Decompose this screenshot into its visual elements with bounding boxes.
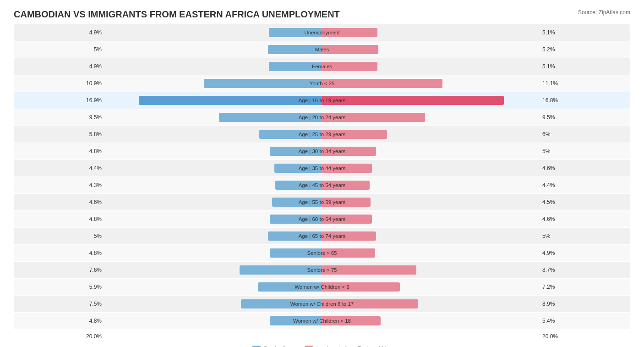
chart-row: 4.9%5.1%Females [14, 58, 630, 75]
bars-center: Age | 60 to 64 years [105, 211, 539, 227]
bar-left-wrap [270, 316, 322, 325]
bar-blue [268, 45, 322, 54]
left-value: 4.8% [14, 318, 105, 324]
chart-row: 10.9%11.1%Youth < 25 [14, 75, 630, 92]
bar-right-wrap [322, 96, 504, 105]
bars-center: Women w/ Children < 18 [105, 313, 539, 329]
left-value: 4.9% [14, 63, 105, 70]
bar-left-wrap [219, 113, 322, 122]
bar-left-wrap [268, 45, 322, 54]
chart-row: 5%5.2%Males [14, 41, 630, 58]
bar-left-wrap [240, 265, 322, 275]
axis-row: 20.0% 20.0% [14, 331, 630, 342]
bar-left-wrap [274, 164, 322, 173]
right-value: 4.4% [539, 182, 630, 188]
bar-pink [322, 316, 381, 325]
bar-pink [322, 265, 416, 275]
right-value: 16.8% [539, 97, 630, 104]
chart-row: 7.6%8.7%Seniors > 75 [14, 262, 630, 278]
source-text: Source: ZipAtlas.com [578, 9, 630, 16]
bars-center: Age | 25 to 29 years [105, 126, 539, 143]
bar-pink [322, 215, 372, 224]
bar-blue [272, 198, 322, 207]
bars-center: Age | 55 to 59 years [105, 194, 539, 210]
bar-right-wrap [322, 62, 377, 71]
bar-right-wrap [322, 248, 375, 258]
left-value: 5% [14, 233, 105, 239]
left-value: 4.9% [14, 29, 105, 36]
bars-center: Seniors > 65 [105, 245, 539, 261]
right-value: 8.9% [539, 301, 630, 307]
bar-pink [322, 282, 400, 292]
bars-center: Seniors > 75 [105, 262, 539, 278]
bar-left-wrap [241, 299, 322, 308]
bar-blue [139, 96, 322, 105]
bar-blue [240, 265, 322, 275]
bars-center: Males [105, 41, 539, 58]
right-value: 7.2% [539, 284, 630, 290]
bars-center: Youth < 25 [105, 75, 539, 92]
bar-right-wrap [322, 147, 376, 156]
bar-pink [322, 198, 371, 207]
axis-left: 20.0% [14, 333, 105, 340]
bar-right-wrap [322, 181, 370, 190]
bar-pink [322, 45, 378, 54]
chart-row: 5.8%6%Age | 25 to 29 years [14, 126, 630, 143]
left-value: 10.9% [14, 80, 105, 87]
chart-row: 5%5%Age | 65 to 74 years [14, 228, 630, 244]
right-value: 5.1% [539, 29, 630, 36]
bar-pink [322, 231, 376, 241]
bar-blue [259, 130, 322, 139]
bar-right-wrap [322, 113, 425, 122]
bar-left-wrap [270, 215, 322, 224]
left-value: 7.5% [14, 301, 105, 307]
bar-blue [268, 231, 322, 241]
bar-blue [204, 79, 322, 88]
right-value: 5% [539, 233, 630, 239]
left-value: 4.8% [14, 148, 105, 154]
right-value: 8.7% [539, 267, 630, 273]
bar-left-wrap [268, 231, 322, 241]
bar-left-wrap [272, 198, 322, 207]
bar-pink [322, 62, 377, 71]
bar-left-wrap [270, 147, 322, 156]
bars-center: Age | 20 to 24 years [105, 109, 539, 126]
right-value: 5.4% [539, 318, 630, 324]
bar-left-wrap [139, 96, 322, 105]
right-value: 4.6% [539, 165, 630, 171]
axis-right: 20.0% [539, 333, 630, 340]
bar-pink [322, 181, 370, 190]
bars-center: Age | 65 to 74 years [105, 228, 539, 244]
left-value: 5.8% [14, 131, 105, 138]
bar-right-wrap [322, 231, 376, 241]
bar-pink [322, 164, 372, 173]
bar-blue [274, 164, 322, 173]
left-value: 4.4% [14, 165, 105, 171]
left-value: 5.9% [14, 284, 105, 290]
chart-row: 16.9%16.8%Age | 16 to 19 years [14, 92, 630, 109]
bar-blue [269, 62, 322, 71]
left-value: 4.8% [14, 250, 105, 256]
bar-left-wrap [204, 79, 322, 88]
left-value: 7.6% [14, 267, 105, 273]
chart-row: 4.9%5.1%Unemployment [14, 24, 630, 41]
bars-center: Age | 35 to 44 years [105, 160, 539, 176]
left-value: 4.6% [14, 199, 105, 205]
bar-blue [275, 181, 322, 190]
left-value: 5% [14, 46, 105, 53]
bar-right-wrap [322, 316, 381, 325]
bars-center: Age | 30 to 34 years [105, 143, 539, 160]
chart-row: 4.3%4.4%Age | 45 to 54 years [14, 177, 630, 193]
bar-left-wrap [275, 181, 322, 190]
right-value: 9.5% [539, 114, 630, 121]
bar-right-wrap [322, 265, 416, 275]
bar-right-wrap [322, 299, 418, 308]
bars-center: Age | 16 to 19 years [105, 92, 539, 109]
left-value: 4.8% [14, 216, 105, 222]
right-value: 11.1% [539, 80, 630, 87]
bar-pink [322, 299, 418, 308]
bar-blue [269, 28, 322, 37]
bars-center: Age | 45 to 54 years [105, 177, 539, 193]
bar-left-wrap [259, 130, 322, 139]
bar-left-wrap [269, 28, 322, 37]
